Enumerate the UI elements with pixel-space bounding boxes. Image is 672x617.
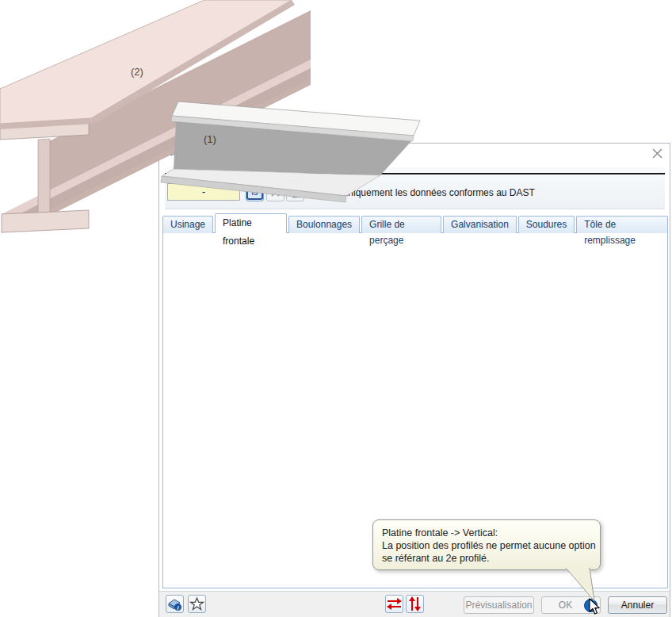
star-icon bbox=[189, 596, 204, 611]
swap-horizontal-button[interactable] bbox=[385, 595, 403, 613]
component-info-button[interactable]: i bbox=[166, 595, 184, 613]
clear-x-icon bbox=[270, 187, 281, 197]
dast-conform-label: Montrer uniquement les données conformes… bbox=[307, 186, 535, 199]
swap-vertical-icon bbox=[407, 596, 423, 612]
tab-usinage[interactable]: Usinage bbox=[162, 216, 213, 233]
tab-platine-frontale[interactable]: Platine frontale bbox=[215, 213, 287, 233]
tooltip-line-2: La position des profilés ne permet aucun… bbox=[382, 539, 591, 552]
dialog-footer: i bbox=[159, 591, 670, 617]
dast-conform-checkbox[interactable] bbox=[292, 187, 303, 197]
ok-button[interactable]: OK i bbox=[541, 596, 601, 614]
swap-horizontal-icon bbox=[386, 596, 403, 612]
dast-is-button[interactable]: IS bbox=[246, 183, 264, 201]
favorite-button[interactable] bbox=[188, 595, 206, 613]
tooltip-line-3: se référant au 2e profilé. bbox=[382, 552, 591, 565]
is-icon: IS bbox=[246, 185, 263, 200]
beam-2-label: (2) bbox=[131, 66, 143, 78]
swap-vertical-button[interactable] bbox=[406, 595, 424, 613]
tab-boulonnages[interactable]: Boulonnages bbox=[288, 216, 360, 233]
validation-tooltip: Platine frontale -> Vertical: La positio… bbox=[372, 519, 601, 570]
tab-tole-de-remplissage[interactable]: Tôle de remplissage bbox=[576, 216, 668, 233]
ok-label: OK bbox=[559, 600, 572, 611]
tab-strip: Usinage Platine frontale Boulonnages Gri… bbox=[162, 213, 670, 233]
annuler-button[interactable]: Annuler bbox=[608, 596, 667, 614]
tab-galvanisation[interactable]: Galvanisation bbox=[443, 216, 517, 233]
dast-clear-button[interactable] bbox=[266, 183, 284, 201]
screenshot-stage: DAST - IS Montrer uniquement bbox=[0, 0, 672, 617]
dast-groupbox: DAST - IS Montrer uniquement bbox=[165, 167, 665, 209]
tab-soudures[interactable]: Soudures bbox=[518, 216, 575, 233]
dast-code-field[interactable]: - bbox=[167, 183, 240, 201]
check-icon bbox=[293, 188, 304, 198]
info-icon[interactable]: i bbox=[584, 599, 598, 615]
group-line-dash bbox=[165, 173, 171, 174]
close-icon[interactable] bbox=[651, 148, 663, 159]
dast-group-label: DAST bbox=[171, 169, 204, 178]
tab-grille-de-percage[interactable]: Grille de perçage bbox=[361, 216, 441, 233]
group-line bbox=[204, 173, 665, 174]
previsualisation-button[interactable]: Prévisualisation bbox=[464, 596, 534, 614]
dast-group-line: DAST bbox=[165, 168, 665, 179]
occluded-text-fragment: cti bbox=[169, 148, 178, 157]
component-icon: i bbox=[167, 596, 182, 611]
tooltip-line-1: Platine frontale -> Vertical: bbox=[382, 527, 591, 539]
